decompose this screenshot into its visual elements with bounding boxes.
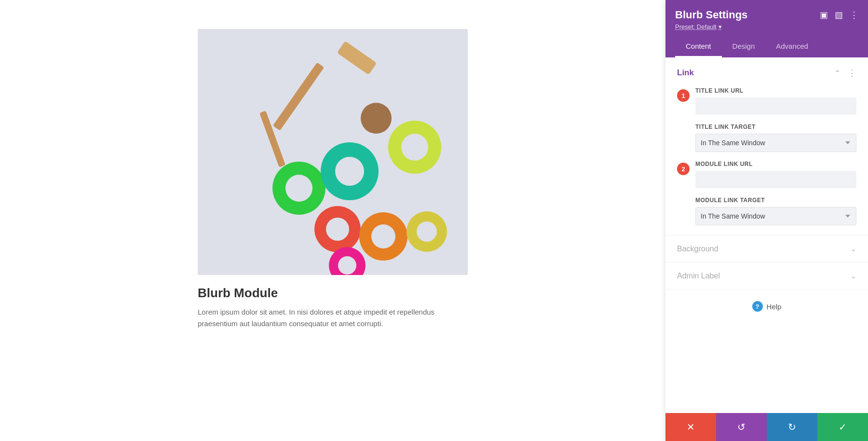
blurb-image xyxy=(198,29,468,275)
settings-panel: Blurb Settings ▣ ▧ ⋮ Preset: Default ▾ C… xyxy=(665,0,868,441)
background-section-title: Background xyxy=(677,245,718,253)
svg-point-11 xyxy=(326,218,349,241)
svg-point-5 xyxy=(285,175,312,202)
cancel-icon: ✕ xyxy=(687,421,695,433)
content-area: Blurb Module Lorem ipsum dolor sit amet.… xyxy=(0,0,665,441)
link-section: Link ⌃ ⋮ 1 Title Link URL Title xyxy=(665,57,868,235)
module-link-url-input[interactable] xyxy=(695,171,856,188)
link-section-more[interactable]: ⋮ xyxy=(848,69,856,77)
redo-button[interactable]: ↻ xyxy=(767,413,817,441)
admin-label-section[interactable]: Admin Label ⌄ xyxy=(665,262,868,289)
svg-point-7 xyxy=(335,157,364,186)
title-link-url-input[interactable] xyxy=(695,97,856,115)
svg-point-15 xyxy=(417,221,437,242)
blurb-description: Lorem ipsum dolor sit amet. In nisi dolo… xyxy=(198,306,468,330)
svg-point-9 xyxy=(401,134,428,161)
help-icon[interactable]: ? xyxy=(752,301,763,312)
svg-point-17 xyxy=(338,256,356,275)
background-section[interactable]: Background ⌄ xyxy=(665,235,868,262)
blurb-module: Blurb Module Lorem ipsum dolor sit amet.… xyxy=(198,29,468,330)
cancel-button[interactable]: ✕ xyxy=(665,413,716,441)
tab-design[interactable]: Design xyxy=(722,37,766,57)
panel-tabs: Content Design Advanced xyxy=(675,37,858,57)
admin-label-section-title: Admin Label xyxy=(677,272,720,280)
link-section-header: Link ⌃ ⋮ xyxy=(677,67,856,79)
module-link-target-select[interactable]: In The Same Window In A New Tab xyxy=(695,207,856,225)
preset-label[interactable]: Preset: Default xyxy=(675,23,717,30)
module-link-url-field: 2 Module Link URL xyxy=(695,161,856,188)
panel-header-top: Blurb Settings ▣ ▧ ⋮ xyxy=(675,9,858,21)
panel-title: Blurb Settings xyxy=(675,9,747,21)
panel-header-icons: ▣ ▧ ⋮ xyxy=(820,10,858,20)
undo-icon: ↺ xyxy=(737,421,746,433)
admin-label-collapse-icon: ⌄ xyxy=(850,271,856,280)
panel-body: Link ⌃ ⋮ 1 Title Link URL Title xyxy=(665,57,868,413)
section-controls: ⌃ ⋮ xyxy=(831,67,856,79)
help-area: ? Help xyxy=(665,289,868,323)
save-button[interactable]: ✓ xyxy=(817,413,868,441)
badge-2: 2 xyxy=(677,163,690,175)
link-section-title: Link xyxy=(677,68,694,78)
title-link-target-label: Title Link Target xyxy=(695,124,856,130)
title-link-target-select[interactable]: In The Same Window In A New Tab xyxy=(695,134,856,152)
title-link-target-field: Title Link Target In The Same Window In … xyxy=(695,124,856,152)
module-link-target-field: Module Link Target In The Same Window In… xyxy=(695,197,856,225)
badge-1: 1 xyxy=(677,89,690,102)
columns-icon[interactable]: ▧ xyxy=(835,10,843,20)
preset-arrow: ▾ xyxy=(719,23,722,30)
tab-content[interactable]: Content xyxy=(675,37,722,57)
svg-point-13 xyxy=(371,224,395,248)
blurb-title: Blurb Module xyxy=(198,286,468,301)
redo-icon: ↻ xyxy=(788,421,796,433)
action-bar: ✕ ↺ ↻ ✓ xyxy=(665,413,868,441)
link-section-collapse[interactable]: ⌃ xyxy=(831,67,843,79)
title-link-url-field: Title Link URL xyxy=(695,87,856,115)
module-link-target-label: Module Link Target xyxy=(695,197,856,204)
module-link-url-label: Module Link URL xyxy=(695,161,856,167)
svg-point-3 xyxy=(361,103,392,134)
tab-advanced[interactable]: Advanced xyxy=(765,37,819,57)
undo-button[interactable]: ↺ xyxy=(716,413,767,441)
help-text[interactable]: Help xyxy=(767,303,782,311)
title-link-url-label: Title Link URL xyxy=(695,87,856,94)
more-icon[interactable]: ⋮ xyxy=(850,10,858,20)
save-icon: ✓ xyxy=(839,421,847,433)
background-collapse-icon: ⌄ xyxy=(850,244,856,253)
panel-header: Blurb Settings ▣ ▧ ⋮ Preset: Default ▾ C… xyxy=(665,0,868,57)
fullscreen-icon[interactable]: ▣ xyxy=(820,10,828,20)
panel-preset[interactable]: Preset: Default ▾ xyxy=(675,23,858,30)
